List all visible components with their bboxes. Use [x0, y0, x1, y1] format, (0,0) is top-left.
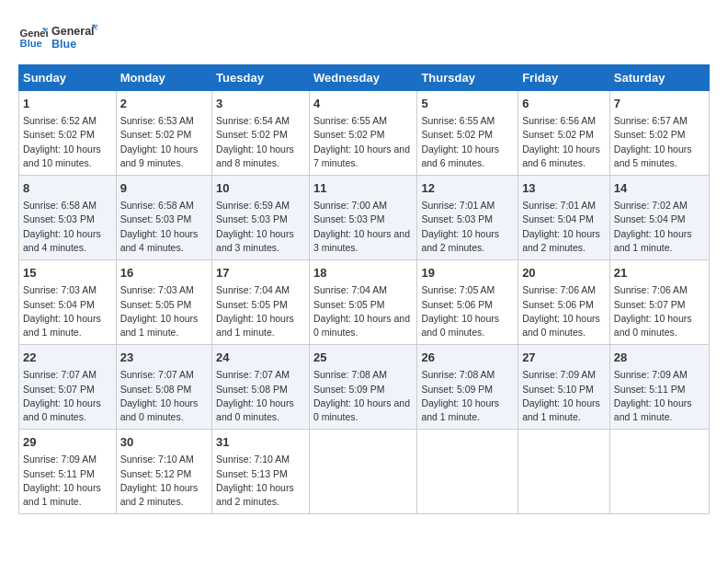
day-info: Sunrise: 7:10 AM Sunset: 5:13 PM Dayligh…	[216, 453, 305, 509]
day-number: 21	[614, 265, 705, 282]
svg-text:Blue: Blue	[20, 38, 42, 49]
header-tuesday: Tuesday	[212, 65, 310, 91]
calendar-cell: 12Sunrise: 7:01 AM Sunset: 5:03 PM Dayli…	[417, 176, 518, 260]
day-info: Sunrise: 7:01 AM Sunset: 5:04 PM Dayligh…	[522, 199, 606, 255]
day-number: 5	[421, 96, 514, 112]
calendar-cell: 10Sunrise: 6:59 AM Sunset: 5:03 PM Dayli…	[212, 176, 310, 260]
day-info: Sunrise: 7:08 AM Sunset: 5:09 PM Dayligh…	[313, 368, 413, 424]
day-number: 11	[313, 180, 413, 197]
calendar-cell: 21Sunrise: 7:06 AM Sunset: 5:07 PM Dayli…	[609, 260, 709, 345]
day-info: Sunrise: 6:53 AM Sunset: 5:02 PM Dayligh…	[120, 114, 208, 170]
day-number: 15	[23, 265, 112, 282]
day-info: Sunrise: 7:09 AM Sunset: 5:11 PM Dayligh…	[23, 453, 112, 509]
header-friday: Friday	[518, 65, 610, 91]
day-info: Sunrise: 7:07 AM Sunset: 5:08 PM Dayligh…	[216, 368, 305, 424]
calendar-cell: 2Sunrise: 6:53 AM Sunset: 5:02 PM Daylig…	[116, 91, 211, 176]
svg-text:Blue: Blue	[51, 38, 76, 51]
day-info: Sunrise: 6:54 AM Sunset: 5:02 PM Dayligh…	[216, 114, 305, 170]
calendar-cell: 29Sunrise: 7:09 AM Sunset: 5:11 PM Dayli…	[19, 430, 117, 514]
calendar-cell: 18Sunrise: 7:04 AM Sunset: 5:05 PM Dayli…	[309, 260, 416, 345]
day-info: Sunrise: 7:01 AM Sunset: 5:03 PM Dayligh…	[421, 199, 514, 255]
day-number: 13	[522, 180, 606, 197]
logo: General Blue General Blue	[18, 18, 97, 55]
header-saturday: Saturday	[609, 65, 709, 91]
day-number: 28	[614, 350, 705, 366]
header-wednesday: Wednesday	[309, 65, 416, 91]
day-info: Sunrise: 6:55 AM Sunset: 5:02 PM Dayligh…	[421, 114, 514, 170]
calendar-cell: 8Sunrise: 6:58 AM Sunset: 5:03 PM Daylig…	[19, 176, 117, 260]
calendar-cell: 24Sunrise: 7:07 AM Sunset: 5:08 PM Dayli…	[212, 345, 310, 430]
day-number: 17	[216, 265, 305, 282]
calendar-cell: 20Sunrise: 7:06 AM Sunset: 5:06 PM Dayli…	[518, 260, 610, 345]
day-number: 25	[313, 350, 413, 366]
calendar-cell: 19Sunrise: 7:05 AM Sunset: 5:06 PM Dayli…	[417, 260, 518, 345]
day-number: 6	[522, 96, 606, 112]
calendar-cell: 16Sunrise: 7:03 AM Sunset: 5:05 PM Dayli…	[116, 260, 211, 345]
calendar-cell: 1Sunrise: 6:52 AM Sunset: 5:02 PM Daylig…	[19, 91, 117, 176]
day-info: Sunrise: 7:07 AM Sunset: 5:07 PM Dayligh…	[23, 368, 112, 424]
calendar-cell: 3Sunrise: 6:54 AM Sunset: 5:02 PM Daylig…	[212, 91, 310, 176]
calendar-cell: 14Sunrise: 7:02 AM Sunset: 5:04 PM Dayli…	[609, 176, 709, 260]
day-number: 3	[216, 96, 305, 112]
day-info: Sunrise: 7:03 AM Sunset: 5:04 PM Dayligh…	[23, 283, 112, 339]
calendar-cell: 25Sunrise: 7:08 AM Sunset: 5:09 PM Dayli…	[309, 345, 416, 430]
day-info: Sunrise: 7:10 AM Sunset: 5:12 PM Dayligh…	[120, 453, 208, 509]
day-info: Sunrise: 7:00 AM Sunset: 5:03 PM Dayligh…	[313, 199, 413, 255]
calendar-cell: 27Sunrise: 7:09 AM Sunset: 5:10 PM Dayli…	[518, 345, 610, 430]
calendar-cell	[417, 430, 518, 514]
calendar-cell: 6Sunrise: 6:56 AM Sunset: 5:02 PM Daylig…	[518, 91, 610, 176]
calendar-cell: 26Sunrise: 7:08 AM Sunset: 5:09 PM Dayli…	[417, 345, 518, 430]
header-thursday: Thursday	[417, 65, 518, 91]
day-info: Sunrise: 7:07 AM Sunset: 5:08 PM Dayligh…	[120, 368, 208, 424]
calendar-cell: 28Sunrise: 7:09 AM Sunset: 5:11 PM Dayli…	[609, 345, 709, 430]
calendar-cell: 15Sunrise: 7:03 AM Sunset: 5:04 PM Dayli…	[19, 260, 117, 345]
calendar-cell: 11Sunrise: 7:00 AM Sunset: 5:03 PM Dayli…	[309, 176, 416, 260]
day-info: Sunrise: 6:56 AM Sunset: 5:02 PM Dayligh…	[522, 114, 606, 170]
calendar-week-row: 22Sunrise: 7:07 AM Sunset: 5:07 PM Dayli…	[19, 345, 710, 430]
day-number: 26	[421, 350, 514, 366]
day-number: 27	[522, 350, 606, 366]
day-number: 23	[120, 350, 208, 366]
day-number: 22	[23, 350, 112, 366]
calendar-cell	[518, 430, 610, 514]
day-info: Sunrise: 6:59 AM Sunset: 5:03 PM Dayligh…	[216, 199, 305, 255]
day-number: 14	[614, 180, 705, 197]
day-info: Sunrise: 7:06 AM Sunset: 5:07 PM Dayligh…	[614, 283, 705, 339]
calendar-cell: 30Sunrise: 7:10 AM Sunset: 5:12 PM Dayli…	[116, 430, 211, 514]
day-number: 29	[23, 434, 112, 451]
header-monday: Monday	[116, 65, 211, 91]
calendar-table: SundayMondayTuesdayWednesdayThursdayFrid…	[18, 64, 710, 514]
day-number: 1	[23, 96, 112, 112]
calendar-cell: 7Sunrise: 6:57 AM Sunset: 5:02 PM Daylig…	[609, 91, 709, 176]
day-number: 2	[120, 96, 208, 112]
header-sunday: Sunday	[19, 65, 117, 91]
day-number: 7	[614, 96, 705, 112]
calendar-week-row: 29Sunrise: 7:09 AM Sunset: 5:11 PM Dayli…	[19, 430, 710, 514]
page-header: General Blue General Blue	[18, 18, 710, 55]
day-number: 18	[313, 265, 413, 282]
day-info: Sunrise: 6:58 AM Sunset: 5:03 PM Dayligh…	[120, 199, 208, 255]
svg-text:General: General	[51, 25, 95, 38]
day-info: Sunrise: 7:04 AM Sunset: 5:05 PM Dayligh…	[313, 283, 413, 339]
day-info: Sunrise: 7:02 AM Sunset: 5:04 PM Dayligh…	[614, 199, 705, 255]
day-info: Sunrise: 7:06 AM Sunset: 5:06 PM Dayligh…	[522, 283, 606, 339]
calendar-cell: 17Sunrise: 7:04 AM Sunset: 5:05 PM Dayli…	[212, 260, 310, 345]
day-info: Sunrise: 7:09 AM Sunset: 5:10 PM Dayligh…	[522, 368, 606, 424]
day-info: Sunrise: 6:55 AM Sunset: 5:02 PM Dayligh…	[313, 114, 413, 170]
day-number: 16	[120, 265, 208, 282]
day-info: Sunrise: 7:05 AM Sunset: 5:06 PM Dayligh…	[421, 283, 514, 339]
day-info: Sunrise: 6:58 AM Sunset: 5:03 PM Dayligh…	[23, 199, 112, 255]
calendar-header-row: SundayMondayTuesdayWednesdayThursdayFrid…	[19, 65, 710, 91]
day-number: 30	[120, 434, 208, 451]
day-number: 12	[421, 180, 514, 197]
day-info: Sunrise: 6:57 AM Sunset: 5:02 PM Dayligh…	[614, 114, 705, 170]
day-number: 9	[120, 180, 208, 197]
calendar-cell	[609, 430, 709, 514]
day-info: Sunrise: 7:04 AM Sunset: 5:05 PM Dayligh…	[216, 283, 305, 339]
day-number: 24	[216, 350, 305, 366]
calendar-cell: 4Sunrise: 6:55 AM Sunset: 5:02 PM Daylig…	[309, 91, 416, 176]
day-info: Sunrise: 7:09 AM Sunset: 5:11 PM Dayligh…	[614, 368, 705, 424]
day-number: 31	[216, 434, 305, 451]
general-blue-logo-graphic: General Blue	[51, 18, 97, 55]
calendar-week-row: 1Sunrise: 6:52 AM Sunset: 5:02 PM Daylig…	[19, 91, 710, 176]
